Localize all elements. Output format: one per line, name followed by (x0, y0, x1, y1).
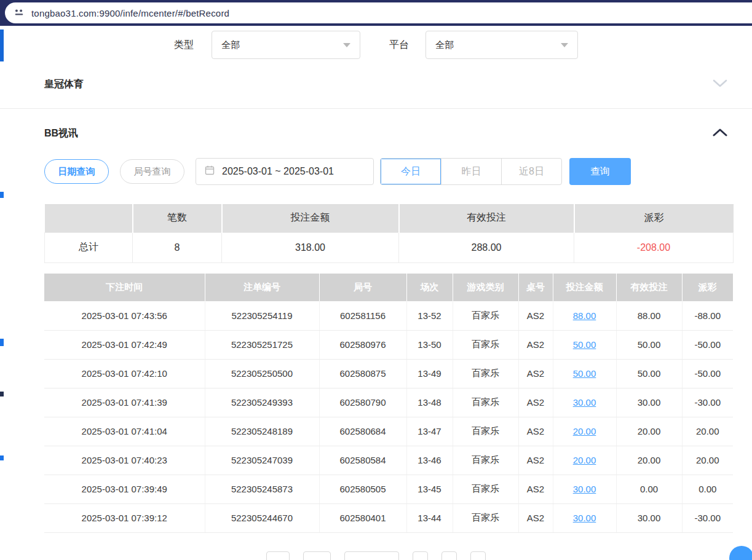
table-cell: AS2 (518, 388, 553, 417)
table-cell: 20.00 (682, 446, 733, 475)
table-cell: AS2 (518, 330, 553, 359)
table-cell: 522305249393 (205, 388, 319, 417)
table-cell: 2025-03-01 07:40:23 (44, 446, 205, 475)
table-cell: 2025-03-01 07:42:10 (44, 359, 205, 388)
chevron-down-icon (561, 43, 568, 47)
table-cell: 522305248189 (205, 417, 319, 446)
col-table-no: 桌号 (518, 274, 553, 301)
table-cell: AS2 (518, 301, 553, 330)
table-cell: 2025-03-01 07:41:39 (44, 388, 205, 417)
summary-payout-value: -208.00 (574, 232, 734, 262)
pagination-prev-button[interactable] (266, 551, 290, 560)
table-row: 2025-03-01 07:40:23522305247039602580584… (44, 446, 733, 475)
table-cell: 20.00 (616, 417, 682, 446)
table-row: 2025-03-01 07:42:49522305251725602580976… (44, 330, 733, 359)
yesterday-button[interactable]: 昨日 (441, 159, 501, 184)
date-range-input[interactable]: 2025-03-01 ~ 2025-03-01 (196, 158, 374, 185)
table-cell: 30.00 (616, 388, 682, 417)
cell-bet-amount: 30.00 (553, 503, 616, 532)
table-row: 2025-03-01 07:41:39522305249393602580790… (44, 388, 733, 417)
table-cell: 50.00 (616, 359, 682, 388)
pagination-next-button[interactable] (470, 551, 486, 560)
calendar-icon (205, 165, 215, 178)
table-cell: 602580401 (319, 503, 406, 532)
table-row: 2025-03-01 07:42:10522305250500602580875… (44, 359, 733, 388)
col-session: 场次 (406, 274, 453, 301)
today-button[interactable]: 今日 (381, 159, 441, 184)
type-select[interactable]: 全部 (212, 31, 360, 59)
table-cell: 30.00 (616, 503, 682, 532)
date-query-button[interactable]: 日期查询 (44, 159, 109, 184)
bet-amount-link[interactable]: 50.00 (573, 339, 596, 350)
pagination-size-select[interactable] (344, 551, 399, 560)
artifact-strip (0, 455, 4, 460)
table-cell: -88.00 (682, 301, 733, 330)
cell-bet-amount: 50.00 (553, 330, 616, 359)
table-cell: AS2 (518, 359, 553, 388)
summary-header-count: 笔数 (133, 204, 222, 232)
table-cell: 2025-03-01 07:39:12 (44, 503, 205, 532)
artifact-strip (0, 192, 4, 198)
section-bb-video[interactable]: BB视讯 (44, 122, 727, 145)
pagination-page-button[interactable] (303, 551, 331, 560)
table-row: 2025-03-01 07:41:04522305248189602580684… (44, 417, 733, 446)
table-cell: 百家乐 (453, 503, 518, 532)
table-cell: 602580505 (319, 475, 406, 503)
platform-filter-label: 平台 (389, 39, 409, 52)
cell-bet-amount: 30.00 (553, 475, 616, 503)
type-select-value: 全部 (221, 39, 240, 51)
url-text: tongbao31.com:9900/infe/mcenter/#/betRec… (31, 8, 229, 18)
table-cell: 百家乐 (453, 475, 518, 503)
chevron-up-icon[interactable] (713, 128, 727, 139)
summary-total-row: 总计 8 318.00 288.00 -208.00 (45, 232, 734, 262)
platform-select[interactable]: 全部 (425, 31, 578, 59)
table-cell: 602580684 (319, 417, 406, 446)
table-cell: 602580875 (319, 359, 406, 388)
artifact-strip (0, 392, 4, 396)
table-cell: 百家乐 (453, 446, 518, 475)
last8days-button[interactable]: 近8日 (501, 159, 561, 184)
section-divider (0, 108, 752, 109)
bet-amount-link[interactable]: 30.00 (573, 397, 596, 408)
pagination-button[interactable] (413, 551, 428, 560)
table-cell: 百家乐 (453, 301, 518, 330)
artifact-strip (0, 339, 4, 346)
table-cell: 522305245873 (205, 475, 319, 503)
col-payout: 派彩 (682, 274, 733, 301)
table-cell: 2025-03-01 07:39:49 (44, 475, 205, 503)
table-cell: 百家乐 (453, 330, 518, 359)
bet-table-body: 2025-03-01 07:43:56522305254119602581156… (44, 301, 733, 532)
bet-amount-link[interactable]: 88.00 (573, 310, 596, 321)
search-button[interactable]: 查询 (569, 158, 631, 185)
section-title-bb: BB视讯 (44, 127, 78, 140)
table-cell: 2025-03-01 07:43:56 (44, 301, 205, 330)
cell-bet-amount: 30.00 (553, 388, 616, 417)
table-cell: 602580790 (319, 388, 406, 417)
bet-amount-link[interactable]: 50.00 (573, 368, 596, 379)
table-cell: 13-44 (406, 503, 453, 532)
bet-table-header-row: 下注时间 注单编号 局号 场次 游戏类别 桌号 投注金额 有效投注 派彩 (44, 274, 733, 301)
address-bar[interactable]: tongbao31.com:9900/infe/mcenter/#/betRec… (5, 2, 752, 23)
summary-valid-value: 288.00 (399, 232, 574, 262)
bet-amount-link[interactable]: 30.00 (573, 484, 596, 494)
table-cell: 13-50 (406, 330, 453, 359)
table-cell: 13-48 (406, 388, 453, 417)
col-round-no: 局号 (319, 274, 406, 301)
floating-service-button[interactable] (729, 546, 752, 560)
col-game-type: 游戏类别 (453, 274, 518, 301)
bet-amount-link[interactable]: 20.00 (573, 455, 596, 465)
bet-amount-link[interactable]: 20.00 (573, 426, 596, 436)
round-query-button[interactable]: 局号查询 (120, 159, 184, 184)
table-cell: AS2 (518, 446, 553, 475)
pagination-button[interactable] (441, 551, 457, 560)
summary-total-label: 总计 (45, 232, 133, 262)
table-cell: 20.00 (682, 417, 733, 446)
bet-amount-link[interactable]: 30.00 (573, 513, 596, 523)
summary-header-bet: 投注金额 (222, 204, 399, 232)
cell-bet-amount: 50.00 (553, 359, 616, 388)
table-cell: -30.00 (682, 388, 733, 417)
section-crown-sports[interactable]: 皇冠体育 (44, 73, 727, 96)
table-cell: 13-52 (406, 301, 453, 330)
chevron-down-icon[interactable] (713, 79, 727, 90)
table-cell: 522305247039 (205, 446, 319, 475)
